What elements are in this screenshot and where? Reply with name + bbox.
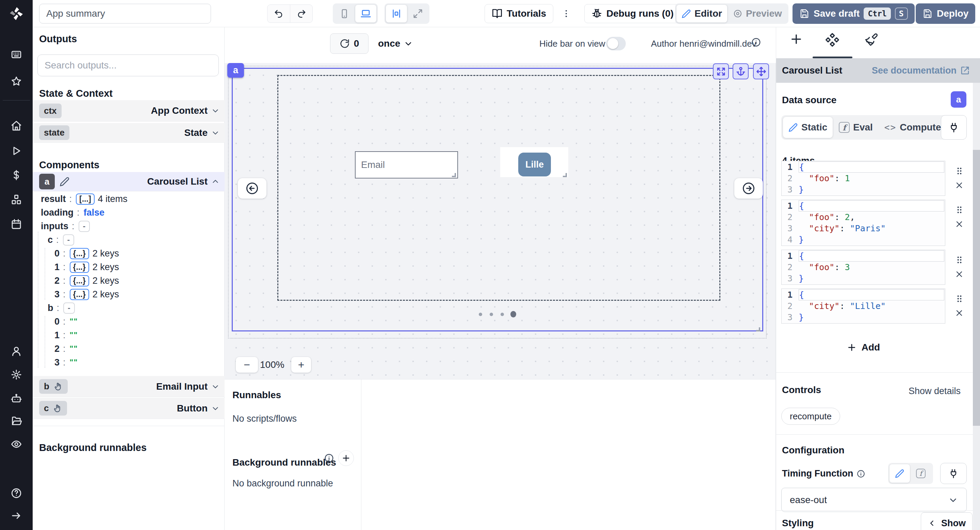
redo-button[interactable] — [290, 5, 312, 22]
code-line[interactable]: } — [799, 273, 945, 284]
code-line[interactable]: "foo": 2, — [799, 212, 945, 223]
code-line[interactable]: { — [799, 161, 944, 173]
preview-tab[interactable]: Preview — [728, 5, 787, 22]
delete-item-button[interactable] — [955, 308, 964, 318]
output-tree-row[interactable]: 3:"" — [33, 356, 224, 369]
panel-scrollbar[interactable] — [973, 83, 980, 530]
drag-handle-icon[interactable] — [955, 293, 964, 304]
expand-node-badge[interactable]: {...} — [70, 248, 89, 259]
info-icon[interactable] — [324, 453, 334, 463]
search-outputs-input[interactable] — [37, 54, 219, 76]
output-tree-row[interactable]: 2:"" — [33, 342, 224, 356]
static-pencil-button[interactable] — [889, 464, 910, 483]
zoom-in-button[interactable]: + — [291, 357, 311, 373]
expand-node-badge[interactable]: {...} — [70, 262, 89, 273]
move-component-button[interactable] — [753, 63, 769, 79]
component-c-row[interactable]: c Button — [33, 398, 224, 419]
variables-nav-icon[interactable] — [11, 169, 22, 181]
eval-function-button[interactable]: f — [911, 464, 931, 483]
expand-sidebar-arrow-icon[interactable] — [11, 510, 22, 522]
collapsed-dash-badge[interactable]: - — [63, 234, 75, 246]
connect-plug-button[interactable] — [941, 115, 967, 140]
code-line[interactable]: { — [799, 251, 944, 262]
tutorials-button[interactable]: Tutorials — [485, 4, 553, 23]
compute-mode-button[interactable]: <>Compute — [879, 117, 947, 138]
ctx-row[interactable]: ctx App Context — [33, 100, 224, 121]
hide-bar-toggle[interactable] — [606, 37, 626, 50]
full-width-button[interactable] — [408, 5, 428, 22]
recompute-chip[interactable]: recompute — [781, 408, 840, 425]
anchor-component-button[interactable] — [733, 63, 749, 79]
collapsed-dash-badge[interactable]: - — [63, 302, 75, 314]
desktop-view-button[interactable] — [355, 5, 376, 22]
help-icon[interactable] — [11, 487, 22, 499]
zoom-out-button[interactable]: − — [236, 357, 258, 373]
output-tree-row[interactable]: result:[...]4 items — [33, 192, 224, 206]
deploy-button[interactable]: Deploy — [916, 3, 975, 24]
more-menu-button[interactable] — [559, 7, 573, 21]
state-row[interactable]: state State — [33, 123, 224, 143]
static-mode-button[interactable]: Static — [783, 117, 833, 138]
resize-handle-icon[interactable] — [563, 173, 567, 177]
carousel-dot[interactable] — [490, 313, 493, 316]
code-line[interactable]: "foo": 1 — [799, 173, 945, 184]
output-tree-row[interactable]: c:- — [33, 233, 224, 247]
button-component-cell[interactable]: Lille — [500, 147, 568, 177]
home-nav-icon[interactable] — [11, 120, 22, 131]
mobile-view-button[interactable] — [334, 5, 355, 22]
json-editor[interactable]: 1{2 "foo": 2,3 "city": "Paris"4} — [781, 200, 945, 246]
code-line[interactable]: "city": "Paris" — [799, 223, 945, 234]
settings-gear-icon[interactable] — [11, 369, 22, 380]
drag-handle-icon[interactable] — [955, 254, 964, 265]
code-line[interactable]: } — [799, 234, 945, 245]
drag-handle-icon[interactable] — [955, 204, 964, 215]
see-documentation-link[interactable]: See documentation — [872, 65, 970, 76]
delete-item-button[interactable] — [955, 219, 964, 229]
eval-mode-button[interactable]: fEval — [833, 117, 878, 138]
apps-nav-icon[interactable] — [11, 49, 22, 60]
styling-tab[interactable] — [864, 33, 878, 47]
output-tree-row[interactable]: b:- — [33, 301, 224, 315]
add-background-runnable-button[interactable] — [338, 450, 354, 466]
schedules-nav-icon[interactable] — [11, 218, 22, 230]
resources-nav-icon[interactable] — [11, 194, 22, 205]
component-b-row[interactable]: b Email Input — [33, 376, 224, 397]
scrollbar-thumb[interactable] — [973, 150, 980, 426]
design-canvas[interactable]: a Lille − 100% + — [224, 63, 775, 379]
runs-nav-icon[interactable] — [11, 145, 22, 157]
output-tree-row[interactable]: 0:{...}2 keys — [33, 247, 224, 260]
collapsed-dash-badge[interactable]: - — [79, 221, 90, 232]
email-input-component[interactable] — [355, 151, 458, 179]
connect-plug-button[interactable] — [940, 463, 967, 484]
info-icon[interactable] — [751, 37, 761, 47]
code-line[interactable]: { — [799, 200, 944, 212]
delete-item-button[interactable] — [955, 180, 964, 190]
show-details-link[interactable]: Show details — [908, 386, 961, 396]
code-line[interactable]: } — [799, 184, 945, 195]
save-draft-button[interactable]: Save draft Ctrl S — [792, 3, 915, 24]
output-tree-row[interactable]: 1:"" — [33, 328, 224, 342]
output-tree-row[interactable]: 2:{...}2 keys — [33, 274, 224, 287]
code-line[interactable]: "city": "Lille" — [799, 300, 945, 312]
code-line[interactable]: "foo": 3 — [799, 262, 945, 273]
expand-node-badge[interactable]: [...] — [76, 193, 95, 205]
json-editor[interactable]: 1{2 "city": "Lille"3} — [781, 289, 945, 324]
drag-handle-icon[interactable] — [955, 166, 964, 176]
output-tree-row[interactable]: 0:"" — [33, 315, 224, 328]
output-tree-row[interactable]: loading:false — [33, 206, 224, 219]
lille-button-component[interactable]: Lille — [518, 153, 551, 176]
code-line[interactable]: { — [799, 289, 944, 300]
json-editor[interactable]: 1{2 "foo": 33} — [781, 250, 945, 285]
rename-pencil-icon[interactable] — [60, 176, 70, 187]
expand-node-badge[interactable]: {...} — [70, 289, 89, 300]
json-editor[interactable]: 1{2 "foo": 13} — [781, 161, 945, 196]
component-a-row[interactable]: a Carousel List — [33, 172, 224, 192]
output-tree-row[interactable]: 1:{...}2 keys — [33, 260, 224, 274]
folders-nav-icon[interactable] — [11, 415, 22, 427]
delete-item-button[interactable] — [955, 270, 964, 279]
run-frequency-dropdown[interactable]: once — [378, 34, 413, 54]
debug-runs-button[interactable]: Debug runs (0) — [584, 4, 681, 23]
add-item-button[interactable]: Add — [781, 340, 945, 355]
resize-handle-icon[interactable] — [756, 327, 760, 331]
expand-component-button[interactable] — [713, 63, 729, 79]
